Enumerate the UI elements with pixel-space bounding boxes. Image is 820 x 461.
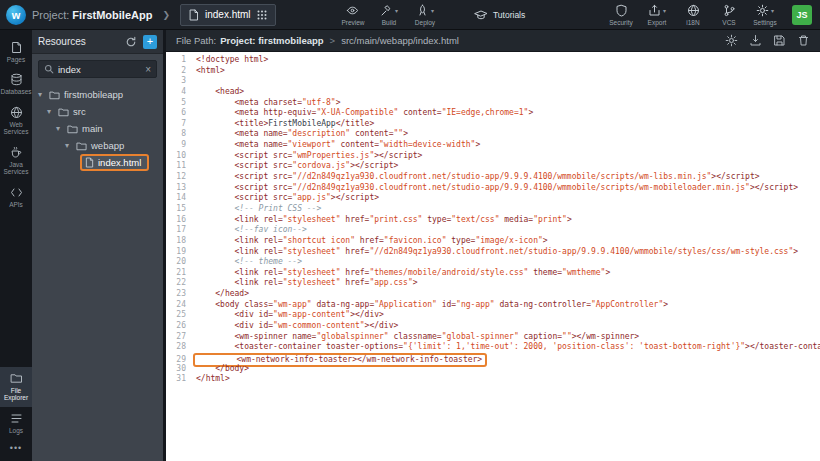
code-editor[interactable]: 1<!doctype html>2<html>34 <head>5 <meta …: [166, 52, 820, 461]
wavemaker-logo-icon[interactable]: w: [6, 5, 26, 25]
tree-file-index-html[interactable]: index.html: [32, 154, 163, 171]
line-number: 1: [170, 55, 186, 66]
code-line-14[interactable]: 14 <script src="app.js"></script>: [170, 193, 820, 204]
export-button[interactable]: ▾ Export: [642, 4, 672, 26]
grid-menu-icon[interactable]: [257, 10, 267, 20]
pages-icon: [10, 41, 23, 54]
logs-icon: [10, 412, 23, 425]
tree-folder-firstmobileapp[interactable]: ▾ firstmobileapp: [32, 86, 163, 103]
rail-item-web-services[interactable]: Web Services: [0, 101, 32, 141]
code-text: <toaster-container toaster-options="{'li…: [196, 342, 820, 351]
caret-down-icon[interactable]: ▾: [56, 124, 63, 133]
code-line-15[interactable]: 15 <!-- Print CSS -->: [170, 204, 820, 215]
deploy-rocket-icon: [416, 4, 429, 17]
code-line-25[interactable]: 25 <div id="wm-app-content"></div>: [170, 310, 820, 321]
rail-item-file-explorer[interactable]: File Explorer: [0, 367, 32, 407]
code-line-5[interactable]: 5 <meta charset="utf-8">: [170, 98, 820, 109]
code-line-19[interactable]: 19 <link rel="stylesheet" href="//d2n849…: [170, 247, 820, 258]
code-line-18[interactable]: 18 <link rel="shortcut icon" href="favic…: [170, 236, 820, 247]
caret-down-icon: ▾: [395, 7, 398, 14]
code-line-28[interactable]: 28 <toaster-container toaster-options="{…: [170, 342, 820, 353]
search-input[interactable]: [58, 64, 141, 75]
code-line-24[interactable]: 24 <body class="wm-app" data-ng-app="App…: [170, 300, 820, 311]
code-line-22[interactable]: 22 <link rel="stylesheet" href="app.css"…: [170, 278, 820, 289]
save-icon[interactable]: [773, 34, 786, 47]
code-line-20[interactable]: 20 <!-- theme -->: [170, 257, 820, 268]
rail-item-databases[interactable]: Databases: [0, 68, 32, 100]
code-line-16[interactable]: 16 <link rel="stylesheet" href="print.cs…: [170, 215, 820, 226]
line-number: 16: [170, 215, 186, 226]
code-text: <body class="wm-app" data-ng-app="Applic…: [196, 300, 668, 309]
code-line-21[interactable]: 21 <link rel="stylesheet" href="themes/m…: [170, 268, 820, 279]
code-text: <html>: [196, 66, 225, 75]
line-number: 23: [170, 289, 186, 300]
folder-icon: [58, 107, 69, 117]
rail-item-apis[interactable]: APIs: [0, 181, 32, 213]
preview-button[interactable]: Preview: [338, 4, 368, 26]
code-line-13[interactable]: 13 <script src="//d2n849qz1ya930.cloudfr…: [170, 183, 820, 194]
delete-trash-icon[interactable]: [797, 34, 810, 47]
build-hammer-icon: [380, 4, 393, 17]
export-icon: [648, 4, 661, 17]
code-text: <title>FirstMobileApp</title>: [196, 119, 374, 128]
code-line-12[interactable]: 12 <script src="//d2n849qz1ya930.cloudfr…: [170, 172, 820, 183]
tutorials-button[interactable]: Tutorials: [474, 9, 525, 21]
code-text: <link rel="shortcut icon" href="favicon.…: [196, 236, 548, 245]
rail-item-logs[interactable]: Logs: [0, 407, 32, 439]
code-line-27[interactable]: 27 <wm-spinner name="globalspinner" clas…: [170, 332, 820, 343]
line-number: 2: [170, 66, 186, 77]
code-line-1[interactable]: 1<!doctype html>: [170, 55, 820, 66]
code-line-8[interactable]: 8 <meta name="description" content="">: [170, 129, 820, 140]
code-line-23[interactable]: 23 </head>: [170, 289, 820, 300]
line-number: 5: [170, 98, 186, 109]
caret-down-icon[interactable]: ▾: [38, 90, 45, 99]
security-button[interactable]: Security: [606, 4, 636, 26]
clear-search-icon[interactable]: ×: [145, 64, 151, 75]
code-line-31[interactable]: 31</html>: [170, 374, 820, 385]
code-text: </body>: [196, 364, 249, 373]
code-line-4[interactable]: 4 <head>: [170, 87, 820, 98]
line-number: 27: [170, 332, 186, 343]
caret-down-icon: ▾: [771, 7, 774, 14]
editor-settings-gear-icon[interactable]: [725, 34, 738, 47]
tree-folder-webapp[interactable]: ▾ webapp: [32, 137, 163, 154]
rail-item-pages[interactable]: Pages: [0, 36, 32, 68]
file-path-bar: File Path: Project: firstmobileapp > src…: [166, 30, 820, 52]
user-avatar[interactable]: JS: [792, 5, 812, 25]
code-line-6[interactable]: 6 <meta http-equiv="X-UA-Compatible" con…: [170, 108, 820, 119]
vcs-button[interactable]: VCS: [714, 4, 744, 26]
code-line-26[interactable]: 26 <div id="wm-common-content"></div>: [170, 321, 820, 332]
caret-down-icon[interactable]: ▾: [65, 141, 72, 150]
tree-label: index.html: [98, 157, 141, 168]
code-line-17[interactable]: 17 <!--fav icon-->: [170, 225, 820, 236]
tree-folder-main[interactable]: ▾ main: [32, 120, 163, 137]
add-resource-button[interactable]: +: [143, 35, 157, 49]
code-line-9[interactable]: 9 <meta name="viewport" content="width=d…: [170, 140, 820, 151]
settings-button[interactable]: ▾ Settings: [750, 4, 780, 26]
deploy-button[interactable]: ▾ Deploy: [410, 4, 440, 26]
code-text: <link rel="stylesheet" href="print.css" …: [196, 215, 572, 224]
more-options-icon[interactable]: •••: [0, 439, 32, 457]
line-number: 19: [170, 247, 186, 258]
code-text: <head>: [196, 87, 244, 96]
code-line-11[interactable]: 11 <script src="cordova.js"></script>: [170, 161, 820, 172]
rail-item-java-services[interactable]: Java Services: [0, 141, 32, 181]
i18n-button[interactable]: i18N: [678, 4, 708, 26]
code-line-2[interactable]: 2<html>: [170, 66, 820, 77]
folder-icon: [10, 372, 23, 385]
open-file-tab[interactable]: index.html: [180, 4, 276, 26]
code-line-3[interactable]: 3: [170, 76, 820, 87]
caret-down-icon[interactable]: ▾: [47, 107, 54, 116]
download-icon[interactable]: [749, 34, 762, 47]
code-line-29[interactable]: 29 <wm-network-info-toaster></wm-network…: [170, 353, 820, 364]
code-text: <script src="//d2n849qz1ya930.cloudfront…: [196, 183, 798, 192]
tree-folder-src[interactable]: ▾ src: [32, 103, 163, 120]
line-number: 12: [170, 172, 186, 183]
file-tree: ▾ firstmobileapp ▾ src ▾ main ▾ webapp: [32, 84, 163, 173]
code-text: <!-- theme -->: [196, 257, 302, 266]
left-nav-rail: Pages Databases Web Services Java Servic…: [0, 30, 32, 461]
build-button[interactable]: ▾ Build: [374, 4, 404, 26]
code-line-7[interactable]: 7 <title>FirstMobileApp</title>: [170, 119, 820, 130]
code-line-10[interactable]: 10 <script src="wmProperties.js"></scrip…: [170, 151, 820, 162]
refresh-icon[interactable]: [125, 36, 137, 48]
